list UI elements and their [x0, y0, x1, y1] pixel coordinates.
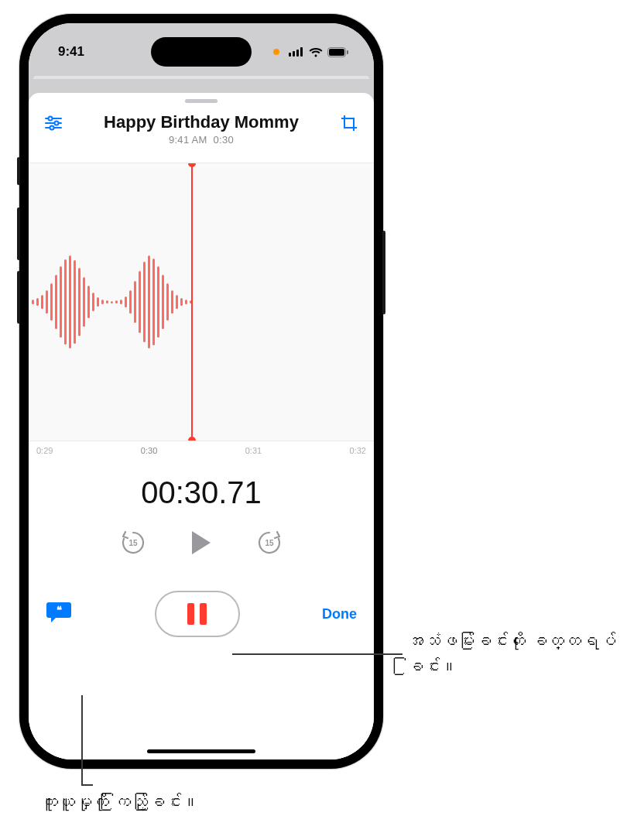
dynamic-island — [151, 37, 252, 67]
svg-text:❝: ❝ — [57, 604, 62, 615]
svg-rect-5 — [329, 49, 344, 56]
side-button-volume-up — [17, 207, 20, 260]
settings-icon[interactable] — [43, 112, 64, 134]
transcript-button[interactable]: ❝ — [46, 600, 72, 628]
pause-record-button[interactable] — [155, 591, 240, 637]
time-ruler: 0:29 0:30 0:31 0:32 — [29, 441, 374, 455]
svg-rect-0 — [289, 53, 291, 57]
callout-line — [81, 784, 93, 786]
sheet-backdrop: Happy Birthday Mommy 9:41 AM 0:30 — [29, 71, 374, 759]
phone-device: 9:41 Happy Birthday Mommy — [19, 14, 383, 769]
side-button-power — [382, 231, 385, 314]
svg-point-12 — [50, 126, 54, 130]
title-block: Happy Birthday Mommy 9:41 AM 0:30 — [64, 112, 338, 146]
sheet-grabber[interactable] — [185, 99, 218, 103]
svg-text:15: 15 — [128, 539, 138, 547]
pause-bar-icon — [200, 603, 207, 625]
recording-subtitle: 9:41 AM 0:30 — [64, 134, 338, 146]
sheet-header: Happy Birthday Mommy 9:41 AM 0:30 — [29, 108, 374, 146]
svg-text:15: 15 — [265, 539, 274, 547]
screen: 9:41 Happy Birthday Mommy — [29, 23, 374, 759]
home-indicator[interactable] — [147, 749, 255, 753]
callout-line — [232, 653, 402, 655]
waveform-icon — [29, 255, 192, 348]
wifi-icon — [309, 47, 323, 57]
crop-icon[interactable] — [338, 112, 360, 134]
waveform-area[interactable] — [29, 163, 374, 441]
recording-sheet: Happy Birthday Mommy 9:41 AM 0:30 — [29, 93, 374, 759]
status-right — [273, 47, 349, 57]
side-button-volume-down — [17, 271, 20, 324]
svg-point-10 — [55, 122, 59, 125]
callout-line — [81, 695, 83, 784]
ruler-tick: 0:31 — [245, 446, 262, 455]
rewind-15-icon[interactable]: 15 — [118, 527, 149, 558]
elapsed-time: 00:30.71 — [29, 475, 374, 510]
svg-rect-6 — [347, 50, 348, 54]
svg-point-8 — [49, 117, 53, 121]
bottom-row: ❝ Done — [29, 591, 374, 637]
done-button[interactable]: Done — [322, 606, 357, 622]
recording-title: Happy Birthday Mommy — [64, 112, 338, 132]
side-button-silence — [17, 157, 20, 185]
playhead[interactable] — [191, 163, 193, 441]
cellular-icon — [289, 47, 304, 57]
ruler-tick: 0:30 — [141, 446, 157, 455]
status-time: 9:41 — [58, 44, 84, 60]
svg-rect-1 — [293, 51, 295, 57]
play-icon[interactable] — [186, 527, 217, 558]
pause-bar-icon — [187, 603, 194, 625]
svg-rect-3 — [300, 47, 303, 57]
ruler-tick: 0:29 — [36, 446, 53, 455]
callout-transcript: ကူးယူမှုကို ကြည့်ခြင်း။ — [41, 790, 199, 815]
battery-icon — [327, 47, 349, 57]
privacy-indicator-icon — [273, 49, 279, 55]
callout-pause: အသံဖမ်းခြင်းကို ခေတ္တရပ်ခြင်း။ — [406, 629, 620, 680]
forward-15-icon[interactable]: 15 — [254, 527, 285, 558]
transport-controls: 15 15 — [29, 527, 374, 558]
svg-rect-2 — [296, 50, 299, 57]
ruler-tick: 0:32 — [350, 446, 366, 455]
